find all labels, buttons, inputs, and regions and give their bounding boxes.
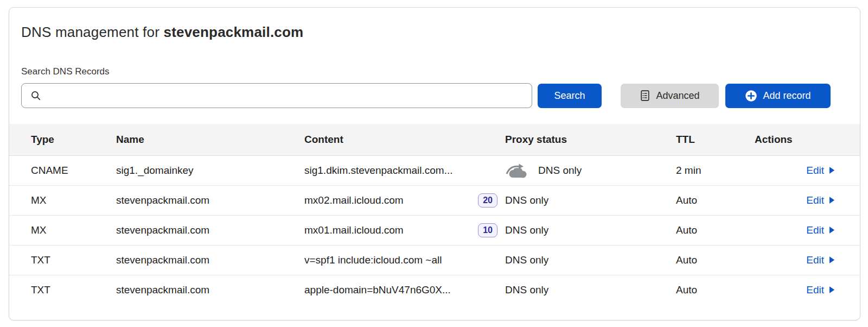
right-triangle-icon — [829, 166, 835, 174]
edit-link-label: Edit — [806, 284, 824, 296]
record-name: stevenpackmail.com — [116, 185, 304, 215]
page-title: DNS management for stevenpackmail.com — [21, 24, 860, 41]
table-row: CNAME sig1._domainkey sig1.dkim.stevenpa… — [9, 155, 860, 185]
record-name: stevenpackmail.com — [116, 275, 304, 305]
header-ttl: TTL — [676, 124, 755, 155]
proxy-status-text: DNS only — [538, 165, 582, 177]
table-row: TXT stevenpackmail.com apple-domain=bNuV… — [9, 275, 860, 305]
edit-link[interactable]: Edit — [806, 254, 835, 266]
advanced-button[interactable]: Advanced — [621, 84, 719, 108]
edit-link-label: Edit — [806, 224, 824, 236]
record-type: CNAME — [9, 155, 116, 185]
dns-records-table: Type Name Content Proxy status TTL Actio… — [9, 124, 860, 305]
record-ttl: Auto — [676, 215, 755, 245]
record-name: sig1._domainkey — [116, 155, 304, 185]
add-record-button[interactable]: Add record — [725, 84, 831, 108]
header-type: Type — [9, 124, 116, 155]
header-proxy-status: Proxy status — [505, 124, 676, 155]
record-name: stevenpackmail.com — [116, 215, 304, 245]
edit-link-label: Edit — [806, 165, 824, 177]
search-input[interactable] — [46, 85, 525, 106]
add-record-button-label: Add record — [763, 90, 810, 102]
right-triangle-icon — [829, 226, 835, 234]
record-type: TXT — [9, 275, 116, 305]
table-row: MX stevenpackmail.com mx01.mail.icloud.c… — [9, 215, 860, 245]
dns-only-cloud-icon — [505, 162, 529, 179]
record-content: apple-domain=bNuV47n6G0X... — [304, 284, 451, 296]
edit-link[interactable]: Edit — [806, 194, 835, 206]
search-box[interactable] — [21, 83, 532, 108]
right-triangle-icon — [829, 286, 835, 294]
header-name: Name — [116, 124, 304, 155]
search-label: Search DNS Records — [21, 66, 860, 77]
record-ttl: Auto — [676, 275, 755, 305]
proxy-status-text: DNS only — [505, 224, 548, 236]
proxy-status-text: DNS only — [505, 194, 548, 206]
right-triangle-icon — [829, 256, 835, 264]
record-content: sig1.dkim.stevenpackmail.com... — [304, 165, 453, 177]
record-type: TXT — [9, 245, 116, 275]
record-type: MX — [9, 185, 116, 215]
record-type: MX — [9, 215, 116, 245]
record-ttl: Auto — [676, 185, 755, 215]
table-header-row: Type Name Content Proxy status TTL Actio… — [9, 124, 860, 155]
plus-circle-icon — [745, 90, 757, 102]
search-icon — [30, 90, 41, 101]
priority-badge: 20 — [478, 193, 497, 207]
edit-link[interactable]: Edit — [806, 165, 835, 177]
proxy-status-text: DNS only — [505, 284, 548, 296]
search-button[interactable]: Search — [538, 84, 602, 108]
toolbar: Search Advanced Add record — [21, 83, 831, 108]
page-title-prefix: DNS management for — [21, 24, 163, 40]
dns-management-card: DNS management for stevenpackmail.com Se… — [9, 7, 860, 320]
proxy-status-text: DNS only — [505, 254, 548, 266]
right-triangle-icon — [829, 196, 835, 204]
advanced-button-label: Advanced — [656, 90, 699, 102]
record-content: v=spf1 include:icloud.com ~all — [304, 254, 442, 266]
edit-link-label: Edit — [806, 254, 824, 266]
record-content: mx01.mail.icloud.com — [304, 224, 404, 236]
list-document-icon — [640, 90, 650, 102]
page-title-domain: stevenpackmail.com — [163, 24, 303, 40]
table-body: CNAME sig1._domainkey sig1.dkim.stevenpa… — [9, 155, 860, 305]
record-name: stevenpackmail.com — [116, 245, 304, 275]
edit-link[interactable]: Edit — [806, 284, 835, 296]
record-content: mx02.mail.icloud.com — [304, 194, 404, 206]
edit-link-label: Edit — [806, 194, 824, 206]
record-ttl: 2 min — [676, 155, 755, 185]
table-row: TXT stevenpackmail.com v=spf1 include:ic… — [9, 245, 860, 275]
table-row: MX stevenpackmail.com mx02.mail.icloud.c… — [9, 185, 860, 215]
header-actions: Actions — [755, 124, 860, 155]
priority-badge: 10 — [478, 223, 497, 237]
record-ttl: Auto — [676, 245, 755, 275]
edit-link[interactable]: Edit — [806, 224, 835, 236]
header-content: Content — [304, 124, 505, 155]
